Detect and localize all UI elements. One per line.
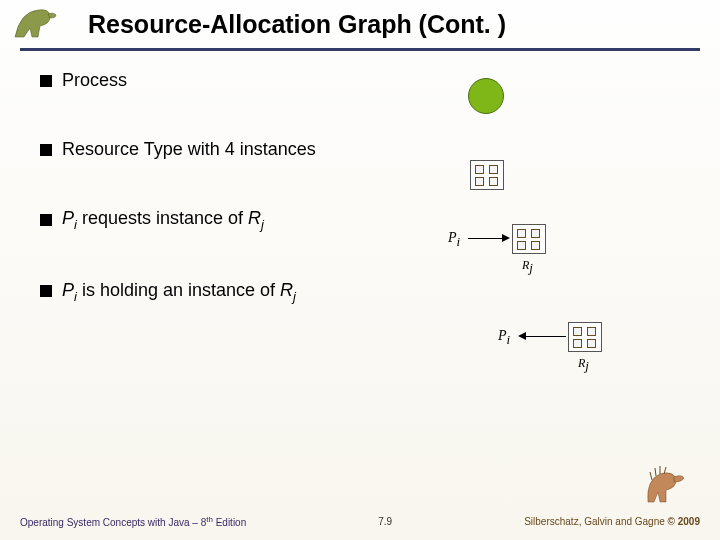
request-arrow-head — [502, 234, 510, 242]
bullet-holding: Pi is holding an instance of Rj — [40, 280, 680, 304]
slide-footer: Operating System Concepts with Java – 8t… — [20, 515, 700, 528]
footer-text: Operating System Concepts with Java – 8 — [20, 517, 206, 528]
label-rj: Rj — [522, 258, 533, 276]
resource-box-hold — [568, 322, 602, 352]
bullet-process: Process — [40, 70, 680, 91]
instance-dot — [573, 327, 582, 336]
label-pi: Pi — [448, 230, 460, 250]
var-r: R — [280, 280, 293, 300]
instance-dot — [489, 177, 498, 186]
instance-dot — [531, 241, 540, 250]
hold-arrow-head — [518, 332, 526, 340]
footer-text: Silberschatz, Galvin and Gagne — [524, 516, 667, 527]
footer-copyright: © 2009 — [668, 516, 700, 527]
instance-dot — [587, 339, 596, 348]
dinosaur-logo-right — [640, 462, 692, 510]
instance-dot — [517, 229, 526, 238]
dinosaur-logo-left — [10, 2, 80, 44]
instance-dot — [475, 165, 484, 174]
instance-dot — [587, 327, 596, 336]
sub-j: j — [293, 288, 296, 303]
hold-arrow-line — [526, 336, 566, 337]
instance-dot — [517, 241, 526, 250]
instance-dot — [531, 229, 540, 238]
instance-dot — [489, 165, 498, 174]
text-mid: requests instance of — [77, 208, 248, 228]
bullet-text: Pi requests instance of Rj — [62, 208, 264, 232]
sub-i: i — [507, 332, 511, 347]
footer-left: Operating System Concepts with Java – 8t… — [20, 515, 246, 528]
sub-i: i — [457, 234, 461, 249]
var-p: P — [62, 208, 74, 228]
title-underline — [20, 48, 700, 51]
footer-text: Edition — [213, 517, 246, 528]
var-p: P — [448, 230, 457, 245]
square-bullet-icon — [40, 75, 52, 87]
bullet-text: Process — [62, 70, 127, 91]
resource-box-request — [512, 224, 546, 254]
var-p: P — [62, 280, 74, 300]
instance-dot — [475, 177, 484, 186]
bullet-resource-type: Resource Type with 4 instances — [40, 139, 680, 160]
square-bullet-icon — [40, 144, 52, 156]
var-r: R — [248, 208, 261, 228]
process-circle-icon — [468, 78, 504, 114]
resource-box-4-icon — [470, 160, 504, 190]
bullet-text: Resource Type with 4 instances — [62, 139, 316, 160]
square-bullet-icon — [40, 214, 52, 226]
slide-number: 7.9 — [378, 516, 392, 527]
square-bullet-icon — [40, 285, 52, 297]
label-rj-hold: Rj — [578, 356, 589, 374]
sub-j: j — [261, 217, 264, 232]
slide-header: Resource-Allocation Graph (Cont. ) — [0, 0, 720, 60]
label-pi-hold: Pi — [498, 328, 510, 348]
slide-title: Resource-Allocation Graph (Cont. ) — [88, 10, 506, 39]
footer-right: Silberschatz, Galvin and Gagne © 2009 — [524, 516, 700, 527]
instance-dot — [573, 339, 582, 348]
bullet-requests: Pi requests instance of Rj — [40, 208, 680, 232]
slide-content: Process Resource Type with 4 instances P… — [40, 70, 680, 351]
footer-sup: th — [206, 515, 213, 524]
sub-j: j — [529, 260, 533, 275]
request-arrow-line — [468, 238, 504, 239]
text-mid: is holding an instance of — [77, 280, 280, 300]
sub-j: j — [585, 358, 589, 373]
var-p: P — [498, 328, 507, 343]
bullet-text: Pi is holding an instance of Rj — [62, 280, 296, 304]
